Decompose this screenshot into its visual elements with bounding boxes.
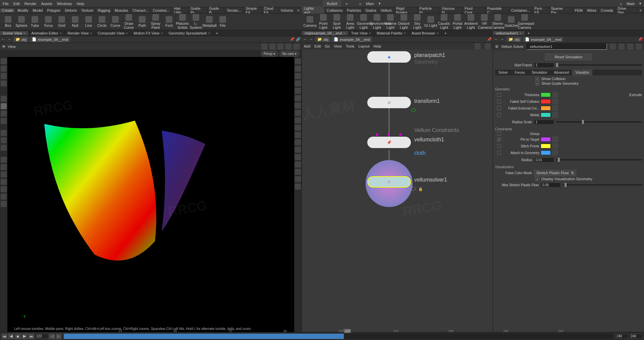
menu-render[interactable]: Render [24,2,37,6]
disp-bg-icon[interactable] [295,147,301,153]
maxstretch-slider[interactable] [563,184,642,186]
subtab-simulation[interactable]: Simulation [528,70,551,75]
crumb-obj[interactable]: 📁 obj [13,37,29,42]
arrow-tool-icon[interactable] [1,96,7,102]
disp-normals-icon[interactable] [295,117,301,123]
shelf-tab-fluidcont[interactable]: Fluid Cont... [463,6,485,14]
tab-asset-browser[interactable]: Asset Browser× [409,31,442,35]
port-in-2[interactable] [387,133,390,136]
extra1-tool-icon[interactable] [1,157,7,163]
snap3-tool-icon[interactable] [1,145,7,151]
shelf-tab-fem[interactable]: FEM [573,8,585,12]
extra2-tool-icon[interactable] [1,164,7,170]
tab-add-mid-icon[interactable]: + [442,31,449,35]
shelf-tab-wires[interactable]: Wires [585,8,599,12]
view-tool-icon[interactable] [261,44,267,50]
tool-box[interactable]: Box [1,16,15,27]
thickness-picker-icon[interactable] [552,92,558,98]
net-layout[interactable]: Layout [359,44,370,48]
show-guide-checkbox[interactable] [535,81,539,85]
net-opt2-icon[interactable] [485,43,491,49]
tool-torus[interactable]: Torus [42,16,55,27]
view-tool5-icon[interactable] [293,44,300,50]
desktop-main[interactable]: Main [366,2,374,6]
shelf-tab-cloudfx[interactable]: Cloud FX [262,6,279,14]
light-tool-icon[interactable] [1,118,7,124]
timeline-track[interactable]: 123 24487296120144168192216 [64,334,613,339]
tab-anim-editor[interactable]: Animation Editor× [29,31,65,35]
disp-uv-icon[interactable] [295,125,301,131]
tool-tube[interactable]: Tube [28,16,42,27]
welds-checkbox[interactable] [497,113,501,117]
tl-last-icon[interactable]: ⏭ [28,333,34,339]
shelf-tab-deform[interactable]: Deform [63,8,79,12]
node-transform[interactable]: ⇄ [367,97,411,108]
group-checkbox[interactable] [497,132,501,136]
tool-spraypaint[interactable]: Spray Paint [149,14,162,29]
tool-file[interactable]: File [216,16,229,27]
menu-file[interactable]: File [3,2,9,6]
tool-platonic[interactable]: Platonic Solids [176,14,189,29]
node-name-input[interactable] [526,43,607,50]
displayvis-checkbox[interactable] [535,177,539,181]
tool-pointlight[interactable]: Point Light [317,14,330,29]
net-opt-icon[interactable] [475,43,481,49]
disp-materials-icon[interactable] [295,132,301,138]
extra4-tool-icon[interactable] [1,179,7,185]
radius-slider[interactable] [556,159,642,160]
tool-metaball[interactable]: Metaball [203,16,216,27]
crumb-node3[interactable]: 📄 example_04__end [523,37,564,42]
startframe-input[interactable] [534,63,554,68]
tool-gilight[interactable]: GI Light [424,16,437,27]
shelf-tab-crowds[interactable]: Crowds [599,8,615,12]
tool-curve[interactable]: Curve [109,16,122,27]
tool-portallight[interactable]: Portal Light [451,14,464,29]
tool-switcher[interactable]: Switcher [504,16,518,27]
tool-path[interactable]: Path [136,16,149,27]
stitch-checkbox[interactable] [497,144,501,148]
desktop-main-right[interactable]: Main [627,2,635,6]
disp-home-icon[interactable] [295,58,301,64]
shelf-tab-create[interactable]: Create [0,8,15,12]
tab-parm-node[interactable]: vellumsolver1× [493,31,525,35]
disp-light-icon[interactable] [295,88,301,94]
tl-prev-icon[interactable]: ◀ [8,333,14,339]
shelf-tab-volume[interactable]: Volume [279,8,296,12]
view-tool4-icon[interactable] [285,44,291,50]
tab-render-view[interactable]: Render View× [65,31,95,35]
disp-hq-icon[interactable] [295,139,301,145]
tool-gamepadcam[interactable]: Gamepad Camera [518,14,531,29]
extra6-tool-icon[interactable] [1,194,7,200]
disp-cam-icon[interactable] [295,161,301,167]
tool-grid[interactable]: Grid [55,16,68,27]
node-planarpatch[interactable]: ◆ [367,51,411,63]
attachgeo-picker-icon[interactable] [552,150,558,156]
welds-picker-icon[interactable] [552,112,558,118]
menu-windows[interactable]: Windows [57,2,72,6]
failedext-checkbox[interactable] [497,106,501,110]
subtab-visualize[interactable]: Visualize [572,70,592,75]
camera-tool-icon[interactable] [1,111,7,117]
nav-back-icon[interactable]: ← [1,37,6,42]
shelf-tab-drivesim[interactable]: Drive Sim... [615,6,637,14]
view-tool2-icon[interactable] [269,44,275,50]
shelf-tab-terrain[interactable]: Terrain... [225,8,244,12]
tool-vrcamera[interactable]: VR Camera [478,14,491,29]
shelf-tab-particlefl[interactable]: Particle Fl... [418,6,440,14]
parm-info-icon[interactable] [636,44,642,50]
scale-tool-icon[interactable] [1,80,7,86]
shelf-tab-particles[interactable]: Particles [345,8,363,12]
desktop-build[interactable]: Build4 [323,1,341,7]
pintarget-checkbox[interactable] [497,137,501,141]
tl-first-icon[interactable]: ⏮ [1,333,7,339]
link-icon[interactable]: 🔗 [296,37,301,42]
menu-help[interactable]: Help [76,2,84,6]
tool-sphere[interactable]: Sphere [15,16,28,27]
nav-back3-icon[interactable]: ← [494,37,499,42]
tool-null[interactable]: Null [68,16,82,27]
tab-network-path[interactable]: /obj/example_04__end× [302,31,348,35]
tool-causticlight[interactable]: Caustic Light [437,14,451,29]
shelf-tab-rigid[interactable]: Rigid Bodies [394,6,418,14]
pintarget-color[interactable] [541,137,551,142]
rotate-tool-icon[interactable] [1,73,7,79]
